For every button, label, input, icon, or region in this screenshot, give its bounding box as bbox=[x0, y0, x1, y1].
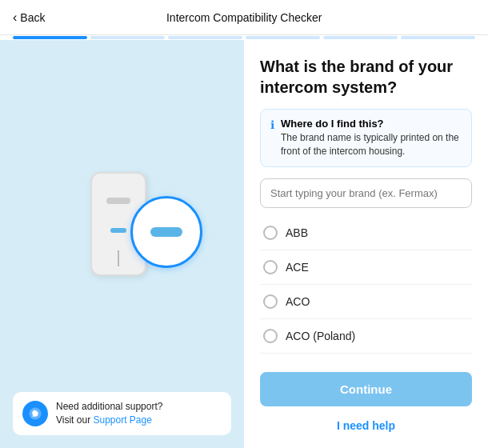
progress-segment-3 bbox=[168, 36, 242, 39]
device-cable bbox=[118, 250, 119, 266]
list-item[interactable]: ACO bbox=[260, 285, 472, 319]
question-title: What is the brand of your intercom syste… bbox=[260, 56, 472, 98]
bottom-actions: Continue I need help bbox=[260, 362, 472, 448]
support-text-block: Need additional support? Visit our Suppo… bbox=[56, 400, 162, 427]
info-content-block: Where do I find this? The brand name is … bbox=[281, 118, 462, 158]
support-link-row: Visit our Support Page bbox=[56, 414, 162, 427]
brand-name: ABB bbox=[286, 226, 308, 239]
progress-segment-5 bbox=[323, 36, 398, 39]
support-need-text: Need additional support? bbox=[56, 400, 162, 414]
progress-segment-6 bbox=[401, 36, 475, 39]
brand-name: ACE bbox=[286, 261, 309, 274]
progress-segment-1 bbox=[13, 36, 87, 39]
support-link-prefix: Visit our bbox=[56, 414, 93, 426]
support-icon bbox=[22, 401, 48, 426]
brand-search-input[interactable] bbox=[260, 178, 472, 208]
brand-name: ACO bbox=[286, 295, 310, 308]
back-label: Back bbox=[20, 11, 45, 24]
magnify-circle bbox=[130, 196, 202, 268]
header: ‹ Back Intercom Compatibility Checker bbox=[0, 0, 488, 35]
progress-segment-4 bbox=[246, 36, 320, 39]
brands-list: ABBACEACOACO (Poland)ALCADAcet bbox=[260, 216, 472, 362]
brand-name: ACO (Poland) bbox=[286, 330, 355, 342]
continue-button[interactable]: Continue bbox=[260, 372, 472, 406]
device-button bbox=[110, 228, 126, 233]
radio-circle bbox=[263, 294, 278, 309]
magnify-button-detail bbox=[150, 227, 182, 237]
list-item[interactable]: ABB bbox=[260, 216, 472, 250]
illustration-area bbox=[13, 56, 231, 392]
right-panel: What is the brand of your intercom syste… bbox=[244, 40, 488, 448]
progress-segment-2 bbox=[90, 36, 165, 39]
support-page-link[interactable]: Support Page bbox=[93, 414, 151, 426]
info-title: Where do I find this? bbox=[281, 118, 462, 130]
support-box: Need additional support? Visit our Suppo… bbox=[13, 392, 231, 435]
help-button[interactable]: I need help bbox=[260, 413, 472, 438]
radio-circle bbox=[263, 329, 278, 343]
list-item[interactable]: ALCAD bbox=[260, 354, 472, 362]
list-item[interactable]: ACO (Poland) bbox=[260, 319, 472, 354]
main-content: Need additional support? Visit our Suppo… bbox=[0, 40, 488, 448]
back-chevron-icon: ‹ bbox=[13, 10, 17, 25]
header-title: Intercom Compatibility Checker bbox=[45, 11, 443, 24]
left-panel: Need additional support? Visit our Suppo… bbox=[0, 40, 244, 448]
radio-circle bbox=[263, 226, 278, 240]
radio-circle bbox=[263, 260, 278, 274]
list-item[interactable]: ACE bbox=[260, 250, 472, 285]
info-box: ℹ Where do I find this? The brand name i… bbox=[260, 109, 472, 167]
info-icon: ℹ bbox=[270, 118, 274, 158]
device-slot bbox=[106, 198, 130, 204]
back-button[interactable]: ‹ Back bbox=[13, 10, 45, 25]
info-body: The brand name is typically printed on t… bbox=[281, 131, 462, 158]
